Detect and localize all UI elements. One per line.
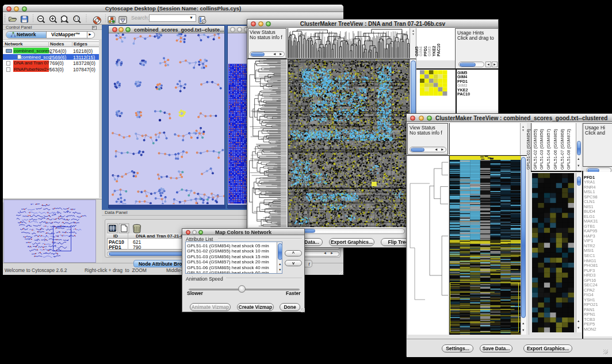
svg-text:1:1: 1:1 [75, 17, 79, 20]
